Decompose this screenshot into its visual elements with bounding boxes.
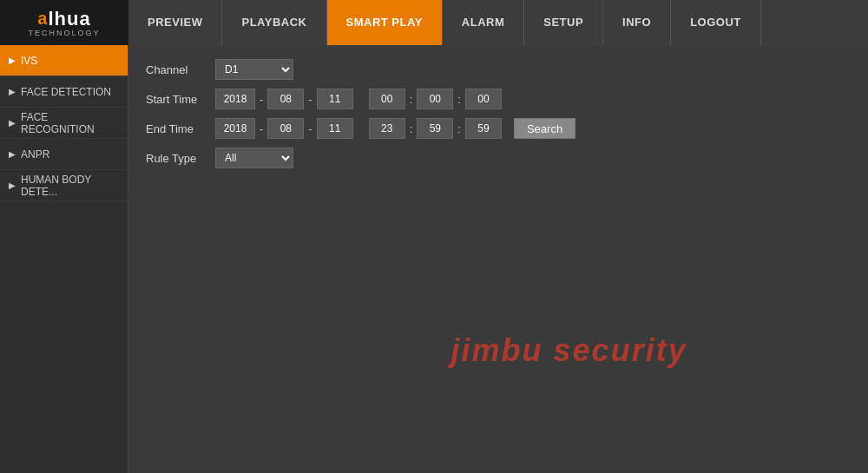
main-layout: ▶ IVS ▶ FACE DETECTION ▶ FACE RECOGNITIO… xyxy=(0,45,868,473)
sidebar-item-face-detection[interactable]: ▶ FACE DETECTION xyxy=(0,76,128,108)
channel-label: Channel xyxy=(146,63,215,76)
start-year-input[interactable] xyxy=(215,89,255,109)
sidebar-item-human-body[interactable]: ▶ HUMAN BODY DETE... xyxy=(0,170,128,201)
tab-smart-play[interactable]: SMART PLAY xyxy=(327,0,443,45)
end-min-input[interactable] xyxy=(417,118,453,139)
arrow-icon: ▶ xyxy=(9,87,16,96)
logo-subtitle: TECHNOLOGY xyxy=(28,29,100,37)
end-hour-input[interactable] xyxy=(369,118,405,139)
sep5: - xyxy=(260,122,263,135)
start-time-row: Start Time - - : : xyxy=(146,89,851,109)
arrow-icon: ▶ xyxy=(9,118,16,128)
sidebar-item-ivs[interactable]: ▶ IVS xyxy=(0,45,128,76)
content-area: Channel D1 Start Time - - : : xyxy=(128,45,868,473)
sidebar-label-human-body: HUMAN BODY DETE... xyxy=(21,174,119,198)
end-year-input[interactable] xyxy=(215,118,255,139)
sep1: - xyxy=(260,93,263,106)
tab-preview[interactable]: PREVIEW xyxy=(128,0,222,45)
end-day-input[interactable] xyxy=(317,118,353,139)
arrow-icon: ▶ xyxy=(9,56,16,65)
sep7: : xyxy=(410,122,413,135)
tab-setup[interactable]: SETUP xyxy=(524,0,603,45)
sep6: - xyxy=(308,122,312,135)
rule-type-label: Rule Type xyxy=(146,152,215,165)
logo-brand: lhua xyxy=(48,8,90,30)
logo-icon: a xyxy=(37,9,48,29)
sidebar-item-face-recognition[interactable]: ▶ FACE RECOGNITION xyxy=(0,108,128,139)
channel-row: Channel D1 xyxy=(146,59,851,80)
logo-area: alhua TECHNOLOGY xyxy=(0,0,128,45)
nav-tabs: PREVIEW PLAYBACK SMART PLAY ALARM SETUP … xyxy=(128,0,868,45)
sep4: : xyxy=(457,93,461,106)
sidebar-item-anpr[interactable]: ▶ ANPR xyxy=(0,139,128,170)
start-time-controls: - - : : xyxy=(215,89,502,109)
arrow-icon: ▶ xyxy=(9,181,16,190)
sep8: : xyxy=(457,122,461,135)
end-time-label: End Time xyxy=(146,122,215,135)
sidebar-label-face-detection: FACE DETECTION xyxy=(21,86,111,98)
rule-type-row: Rule Type All xyxy=(146,148,851,168)
logo: alhua xyxy=(37,8,90,30)
end-time-controls: - - : : Search xyxy=(215,118,575,139)
start-time-label: Start Time xyxy=(146,93,215,106)
end-time-row: End Time - - : : Search xyxy=(146,118,851,139)
sep3: : xyxy=(410,93,413,106)
start-sec-input[interactable] xyxy=(465,89,502,109)
end-sec-input[interactable] xyxy=(465,118,502,139)
end-month-input[interactable] xyxy=(267,118,304,139)
start-day-input[interactable] xyxy=(317,89,353,109)
search-button[interactable]: Search xyxy=(514,118,575,139)
tab-alarm[interactable]: ALARM xyxy=(443,0,524,45)
tab-playback[interactable]: PLAYBACK xyxy=(222,0,326,45)
channel-select[interactable]: D1 xyxy=(215,59,293,80)
watermark: jimbu security xyxy=(451,332,687,369)
arrow-icon: ▶ xyxy=(9,149,16,159)
sidebar: ▶ IVS ▶ FACE DETECTION ▶ FACE RECOGNITIO… xyxy=(0,45,128,473)
sep2: - xyxy=(308,93,312,106)
sidebar-label-ivs: IVS xyxy=(21,55,37,67)
channel-controls: D1 xyxy=(215,59,293,80)
sidebar-label-anpr: ANPR xyxy=(21,148,49,161)
rule-type-controls: All xyxy=(215,148,293,168)
tab-logout[interactable]: LOGOUT xyxy=(671,0,761,45)
start-hour-input[interactable] xyxy=(369,89,405,109)
start-month-input[interactable] xyxy=(267,89,304,109)
sidebar-label-face-recognition: FACE RECOGNITION xyxy=(21,111,119,135)
tab-info[interactable]: INFO xyxy=(603,0,671,45)
rule-type-select[interactable]: All xyxy=(215,148,293,168)
start-min-input[interactable] xyxy=(417,89,453,109)
header: alhua TECHNOLOGY PREVIEW PLAYBACK SMART … xyxy=(0,0,868,45)
